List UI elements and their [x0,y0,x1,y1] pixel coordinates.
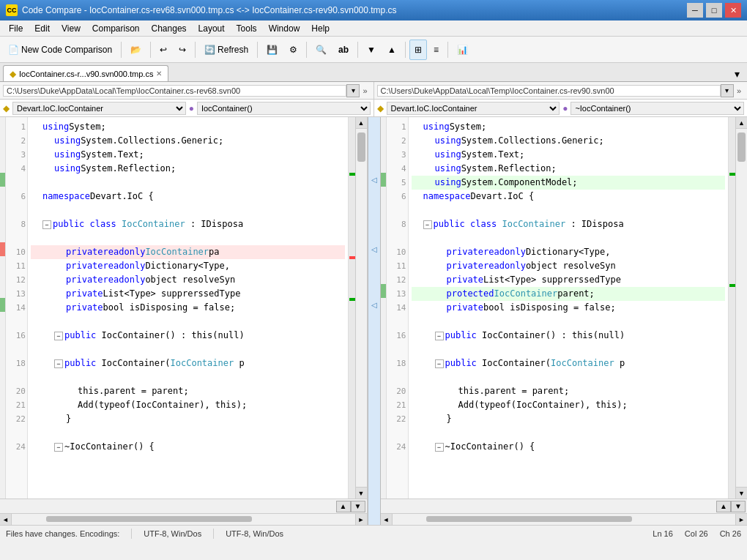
view-mode2-button[interactable]: ≡ [428,40,444,60]
close-button[interactable]: ✕ [725,3,741,18]
menu-file[interactable]: File [3,22,29,35]
right-path-dropdown[interactable]: ▾ [721,84,734,97]
menu-layout[interactable]: Layout [193,22,231,35]
left-hscroll[interactable]: ◄ ► [0,513,367,525]
right-scroll-down[interactable]: ▼ [736,487,747,499]
left-hscroll-left[interactable]: ◄ [0,514,12,525]
right-vscroll[interactable]: ▲ ▼ [735,117,747,499]
left-path-expand[interactable]: » [360,86,370,95]
right-line-15-empty [412,315,726,329]
right-scroll-up[interactable]: ▲ [736,117,747,129]
maximize-button[interactable]: □ [706,3,722,18]
right-expand-dtor[interactable]: − [435,443,444,452]
left-expand-dtor[interactable]: − [54,443,63,452]
left-path-dropdown[interactable]: ▾ [346,84,360,97]
left-scroll-track[interactable] [356,129,367,487]
save-button[interactable]: 💾 [261,40,283,60]
replace-button[interactable]: ab [333,40,354,60]
left-class-select[interactable]: Devart.IoC.IocContainer [12,102,186,115]
left-vscroll[interactable]: ▲ ▼ [355,117,367,499]
toolbar-separator-8 [447,42,448,58]
settings-button[interactable]: ⚙ [284,40,302,60]
tab-close-button[interactable]: ✕ [156,70,162,78]
menu-view[interactable]: View [56,22,86,35]
view-mode-button[interactable]: ⊞ [409,40,427,60]
settings-icon: ⚙ [289,45,297,55]
next-diff-button[interactable]: ▲ [382,40,401,60]
cg-arrow-3[interactable]: ◁ [371,298,377,312]
left-method-icon: ● [189,103,194,113]
left-scroll-area[interactable]: 1234 6 8 1011121314 16 18 202122 24 usin… [0,117,367,499]
tab-scroll-button[interactable]: ▾ [730,67,744,81]
left-hscroll-thumb[interactable] [46,516,252,522]
left-expand-class[interactable]: − [42,220,51,229]
right-class-select[interactable]: Devart.IoC.IocContainer [387,102,560,115]
right-hscroll-right[interactable]: ► [735,514,747,525]
right-line-20: this.parent = parent; [412,384,726,398]
right-method-select[interactable]: ~IocContainer() [571,102,744,115]
right-hscroll[interactable]: ◄ ► [381,513,748,525]
find-button[interactable]: 🔍 [311,40,332,60]
right-scroll-track[interactable] [736,129,747,487]
menu-window[interactable]: Window [263,22,306,35]
left-hscroll-right[interactable]: ► [355,514,367,525]
left-expand-ctor2[interactable]: − [54,359,63,368]
undo-button[interactable]: ↩ [155,40,172,60]
right-scroll-area[interactable]: 123456 8 1011121314 16 18 202122 24 usin… [381,117,748,499]
left-scroll-thumb[interactable] [357,132,365,162]
menu-help[interactable]: Help [305,22,335,35]
left-right-gutter [348,117,355,499]
left-line-9-empty [31,231,345,245]
left-nav-down[interactable]: ▼ [351,501,365,512]
left-expand-ctor[interactable]: − [54,332,63,340]
right-line-11: private readonly object resolveSyn [412,259,726,273]
right-line-16: − public IocContainer() : this(null) [412,329,726,343]
export-button[interactable]: 📊 [452,40,473,60]
new-comparison-button[interactable]: 📄 New Code Comparison [3,40,117,60]
right-code-content[interactable]: using System; using System.Collections.G… [409,117,729,499]
right-hscroll-left[interactable]: ◄ [381,514,393,525]
right-path-expand[interactable]: » [734,86,744,95]
open-button[interactable]: 📂 [125,40,146,60]
left-line-13: private List<Type> supprerssedType [31,287,345,301]
status-bar: Files have changes. Encodings: UTF-8, Wi… [0,525,747,541]
right-nav-down[interactable]: ▼ [731,501,746,512]
minimize-button[interactable]: ─ [687,3,703,18]
left-method-select[interactable]: IocContainer() [197,102,371,115]
right-symbol-box: ◆ Devart.IoC.IocContainer ● ~IocContaine… [374,100,748,116]
right-expand-ctor2[interactable]: − [435,359,444,368]
menu-changes[interactable]: Changes [146,22,193,35]
right-method-icon: ● [562,103,568,113]
right-expand-ctor[interactable]: − [435,332,444,340]
right-path-input[interactable] [377,85,721,97]
left-line-5-empty [31,176,345,190]
right-expand-class[interactable]: − [423,220,432,229]
right-scroll-thumb[interactable] [737,132,746,162]
menu-tools[interactable]: Tools [231,22,263,35]
left-hscroll-track[interactable] [12,514,355,525]
redo-button[interactable]: ↪ [174,40,191,60]
cg-arrow-1[interactable]: ◁ [371,173,377,187]
left-scroll-down[interactable]: ▼ [356,487,367,499]
status-sep-2 [213,529,214,539]
left-path-input[interactable] [3,85,346,97]
view-mode-icon: ⊞ [415,45,422,55]
left-nav-up[interactable]: ▲ [336,501,351,512]
right-line-12: private List<Type> supprerssedType [412,273,726,287]
right-nav-up[interactable]: ▲ [716,501,731,512]
prev-diff-button[interactable]: ▼ [362,40,381,60]
view-mode2-icon: ≡ [434,45,439,55]
cg-arrow-2[interactable]: ◁ [371,242,377,256]
left-line-3: using System.Text; [31,148,345,162]
right-line-23-empty [412,426,726,440]
right-line-22: } [412,412,726,426]
left-line-7-empty [31,204,345,217]
right-hscroll-track[interactable] [393,514,736,525]
file-tab[interactable]: ◆ IocContainer.cs-r...v90.svn000.tmp.cs … [3,65,168,81]
right-hscroll-thumb[interactable] [426,516,632,522]
menu-comparison[interactable]: Comparison [86,22,146,35]
left-scroll-up[interactable]: ▲ [356,117,367,129]
refresh-button[interactable]: 🔄 Refresh [199,40,253,60]
left-code-content[interactable]: using System; using System.Collections.G… [28,117,348,499]
menu-edit[interactable]: Edit [29,22,56,35]
